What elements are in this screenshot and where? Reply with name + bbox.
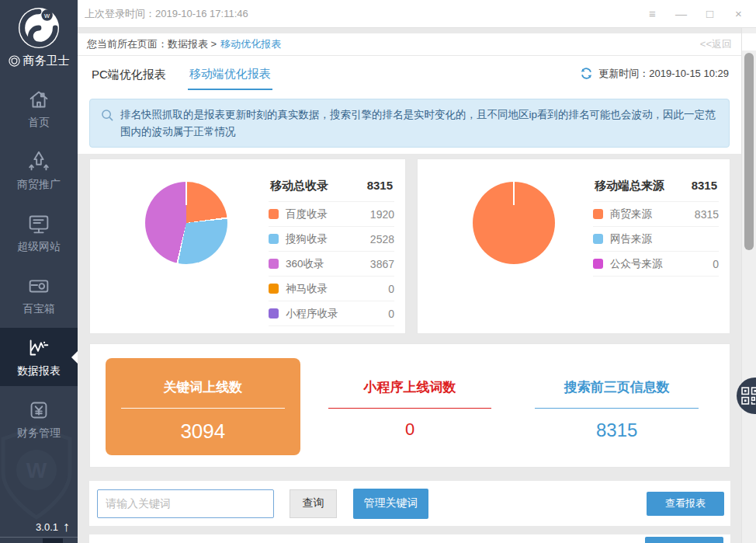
legend-swatch [269,284,279,294]
sidebar-divider [0,537,78,538]
tab-mobile-report[interactable]: 移动端优化报表 [188,57,272,90]
stat-divider [328,408,492,409]
sidebar-item-data-report[interactable]: 数据报表 [0,328,78,386]
sidebar-item-super-website[interactable]: 超级网站 [0,204,78,262]
legend-value: 8315 [695,208,719,221]
pie-chart-mobile-source [473,182,555,264]
keyword-input[interactable] [97,489,274,518]
tabs-row: PC端优化报表 移动端优化报表 更新时间：2019-10-15 10:29 [78,56,741,91]
legend-row: 公众号来源0 [593,251,719,276]
update-arrow-icon[interactable]: ↑ [63,520,70,534]
sidebar-item-label: 数据报表 [0,364,78,378]
legend-row: 百度收录1920 [269,201,394,226]
manage-keywords-button[interactable]: 管理关键词 [353,489,428,519]
update-time-block: 更新时间：2019-10-15 10:29 [580,67,729,81]
legend-label: 网告来源 [610,232,652,246]
sidebar-item-label: 首页 [0,116,78,130]
legend-value: 1920 [370,208,394,221]
sidebar-item-promotion[interactable]: 商贸推广 [0,141,78,200]
vertical-scrollbar-track[interactable] [741,28,756,543]
stats-panel: 关键词上线数3094小程序上线词数0搜索前三页信息数8315 [89,343,730,468]
legend-mobile-index: 移动总收录 8315 百度收录1920搜狗收录2528360收录3867神马收录… [269,175,394,326]
maximize-button[interactable]: □ [695,0,724,27]
vertical-scrollbar-thumb[interactable] [744,53,754,250]
legend-label: 小程序收录 [286,307,338,321]
version-label: 3.0.1 [36,521,58,533]
legend-swatch [269,308,279,318]
query-button[interactable]: 查询 [290,489,337,518]
clipped-button-top[interactable] [645,537,723,543]
back-link[interactable]: <<返回 [700,37,732,51]
legend-row: 搜狗收录2528 [269,226,394,251]
home-icon [0,86,78,113]
minimize-button[interactable]: — [667,0,695,27]
brand-shield-icon [9,55,20,67]
stat-divider [535,408,699,409]
menu-button[interactable]: ≡ [638,0,667,27]
legend-row: 神马收录0 [269,276,394,301]
chart-total: 8315 [367,179,393,193]
legend-label: 搜狗收录 [286,232,328,246]
chart-title: 移动端总来源 [595,179,664,193]
sidebar-item-finance[interactable]: 财务管理 [0,390,78,448]
legend-label: 商贸来源 [610,207,652,221]
legend-swatch [593,234,603,244]
toolbox-icon [0,273,78,299]
svg-text:w: w [43,11,50,19]
brand-name: 商务卫士 [23,54,70,68]
search-icon [101,109,114,122]
legend-swatch [269,209,279,219]
legend-swatch [269,259,279,269]
view-report-button[interactable]: 查看报表 [647,492,724,516]
stat-label: 小程序上线词数 [313,378,508,396]
legend-swatch [269,234,279,244]
legend-row: 网告来源 [593,226,719,251]
next-card-clipped [89,534,730,543]
stat-divider [121,408,285,409]
sidebar-item-home[interactable]: 首页 [0,79,78,137]
qr-code-icon [741,387,756,405]
brand: 商务卫士 [0,54,78,68]
stat-value: 8315 [519,419,714,441]
charts-row: 移动总收录 8315 百度收录1920搜狗收录2528360收录3867神马收录… [89,158,730,334]
legend-swatch [593,259,603,269]
legend-rows: 百度收录1920搜狗收录2528360收录3867神马收录0小程序收录0 [269,201,394,326]
window-controls: ≡—□× [638,0,753,27]
breadcrumb-current[interactable]: 移动优化报表 [220,37,281,51]
promotion-icon [0,148,78,175]
legend-swatch [593,209,603,219]
close-button[interactable]: × [724,0,753,27]
legend-mobile-source: 移动端总来源 8315 商贸来源8315网告来源公众号来源0 [593,175,719,277]
app-logo-icon: w [17,6,61,50]
scrollbar-top-patch [742,33,756,50]
stat-value: 0 [313,419,508,440]
sidebar-item-label: 商贸推广 [0,178,78,192]
chart-total: 8315 [692,179,717,193]
sidebar-item-toolbox[interactable]: 百宝箱 [0,266,78,324]
legend-value: 0 [388,308,394,320]
chart-card-mobile-index: 移动总收录 8315 百度收录1920搜狗收录2528360收录3867神马收录… [89,158,406,334]
legend-value: 0 [388,283,394,295]
report-header-panel: PC端优化报表 移动端优化报表 更新时间：2019-10-15 10:29 排名… [78,56,741,154]
version-row: 3.0.1 ↑ [36,520,70,534]
legend-value: 0 [713,258,719,270]
update-time-label: 更新时间：2019-10-15 10:29 [598,67,729,81]
data-report-icon [0,335,78,361]
keyword-toolbar: 查询 管理关键词 查看报表 [89,481,730,526]
notice-text: 排名快照抓取的是报表更新时刻的真实数据，搜索引擎的排名是实时变化的，且不同地区i… [120,106,718,140]
legend-row: 小程序收录0 [269,301,394,325]
sidebar-item-label: 超级网站 [0,240,78,254]
window-titlebar: 上次登录时间：2019-10-16 17:11:46 ≡—□× [78,0,756,28]
notice-banner: 排名快照抓取的是报表更新时刻的真实数据，搜索引擎的排名是实时变化的，且不同地区i… [89,99,730,148]
tab-pc-report[interactable]: PC端优化报表 [90,58,168,89]
chart-card-mobile-source: 移动端总来源 8315 商贸来源8315网告来源公众号来源0 [417,158,730,334]
legend-row: 360收录3867 [269,251,394,276]
sidebar-nav: 首页商贸推广超级网站百宝箱数据报表财务管理 [0,79,78,448]
legend-row: 商贸来源8315 [593,201,719,226]
stat-card: 关键词上线数3094 [106,358,300,455]
legend-value: 2528 [370,233,394,245]
legend-rows: 商贸来源8315网告来源公众号来源0 [593,201,719,277]
breadcrumb: 您当前所在页面：数据报表 > 移动优化报表 <<返回 [78,33,741,56]
legend-label: 神马收录 [286,282,328,296]
refresh-icon[interactable] [580,67,593,80]
